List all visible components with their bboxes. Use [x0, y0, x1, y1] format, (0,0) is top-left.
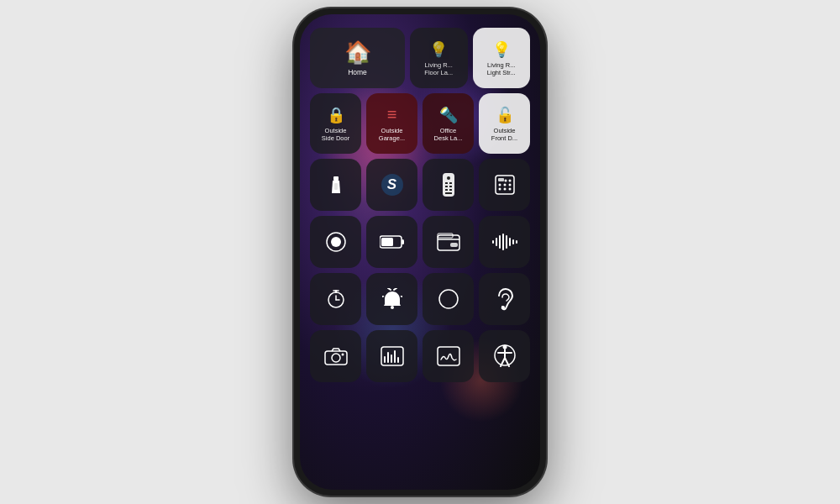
alarm-icon — [382, 288, 402, 310]
calculator-tile[interactable] — [479, 159, 530, 211]
svg-rect-36 — [516, 240, 517, 244]
screen-record-tile[interactable] — [310, 216, 361, 268]
svg-rect-10 — [445, 192, 452, 194]
remote-tile[interactable] — [423, 159, 474, 211]
flashlight-icon — [326, 175, 346, 195]
svg-point-20 — [504, 180, 507, 182]
svg-rect-24 — [402, 239, 404, 244]
accessibility-icon — [494, 344, 516, 368]
light-strip-icon: 💡 — [492, 40, 511, 59]
office-desk-lamp-tile[interactable]: 🔦 OfficeDesk La... — [423, 93, 474, 154]
analytics-icon — [381, 346, 404, 366]
svg-point-13 — [498, 184, 501, 186]
signature-tile[interactable] — [423, 330, 474, 382]
svg-rect-31 — [499, 235, 501, 249]
unlock-icon: 🔓 — [496, 106, 514, 124]
svg-rect-4 — [445, 182, 448, 184]
control-center: 🏠 Home 💡 Living R...Floor La... 💡 Living… — [300, 14, 540, 490]
front-door-label: OutsideFront D... — [490, 127, 519, 142]
svg-point-18 — [508, 188, 511, 191]
hearing-tile[interactable] — [479, 273, 530, 325]
svg-rect-0 — [333, 176, 339, 181]
svg-point-16 — [498, 188, 501, 191]
accessibility-tile[interactable] — [479, 330, 530, 382]
living-light-strip-tile[interactable]: 💡 Living R...Light Str... — [473, 28, 531, 88]
outside-garage-tile[interactable]: ≡ OutsideGarage... — [366, 93, 417, 154]
svg-point-19 — [508, 180, 511, 182]
svg-point-22 — [331, 237, 341, 247]
row-controls-4 — [310, 330, 530, 382]
svg-rect-29 — [492, 240, 494, 244]
light-strip-label: Living R...Light Str... — [486, 61, 517, 76]
svg-rect-33 — [506, 235, 507, 249]
dark-mode-icon — [438, 288, 459, 310]
soundwave-tile[interactable] — [479, 216, 530, 268]
svg-rect-25 — [381, 238, 393, 246]
svg-line-43 — [388, 288, 391, 290]
svg-point-48 — [332, 354, 340, 362]
row-smart-home-2: 🔒 OutsideSide Door ≡ OutsideGarage... 🔦 … — [310, 93, 530, 154]
dark-mode-tile[interactable] — [423, 273, 474, 325]
svg-point-46 — [501, 306, 505, 309]
battery-tile[interactable] — [366, 216, 417, 268]
row-controls-2 — [310, 216, 530, 268]
signature-icon — [437, 346, 460, 366]
svg-rect-35 — [512, 239, 514, 244]
camera-icon — [324, 347, 348, 365]
svg-line-44 — [394, 288, 396, 290]
home-label: Home — [346, 68, 369, 76]
remote-icon — [441, 173, 456, 197]
hearing-icon — [496, 287, 514, 311]
svg-rect-34 — [509, 238, 511, 246]
svg-rect-9 — [449, 189, 452, 191]
record-icon — [325, 231, 347, 253]
row-controls-3 — [310, 273, 530, 325]
svg-rect-8 — [445, 189, 448, 191]
battery-icon — [380, 234, 405, 250]
svg-point-45 — [439, 290, 458, 308]
calculator-icon — [494, 174, 516, 196]
svg-rect-6 — [445, 186, 448, 187]
flashlight-tile[interactable] — [310, 159, 361, 211]
svg-point-17 — [503, 188, 506, 191]
svg-rect-27 — [450, 243, 458, 247]
screen: 🏠 Home 💡 Living R...Floor La... 💡 Living… — [300, 14, 540, 490]
svg-point-3 — [447, 176, 450, 180]
floor-lamp-label: Living R...Floor La... — [423, 61, 454, 76]
garage-label: OutsideGarage... — [377, 127, 407, 142]
svg-rect-1 — [334, 183, 338, 190]
row-smart-home-1: 🏠 Home 💡 Living R...Floor La... 💡 Living… — [310, 28, 530, 88]
timer-icon — [326, 289, 346, 309]
phone-frame: 🏠 Home 💡 Living R...Floor La... 💡 Living… — [294, 8, 546, 496]
timer-tile[interactable] — [310, 273, 361, 325]
living-floor-lamp-tile[interactable]: 💡 Living R...Floor La... — [410, 28, 468, 88]
outside-front-door-tile[interactable]: 🔓 OutsideFront D... — [479, 93, 530, 154]
home-icon: 🏠 — [344, 39, 371, 66]
floor-lamp-icon: 💡 — [429, 40, 448, 59]
svg-point-15 — [508, 184, 511, 186]
svg-point-42 — [391, 306, 394, 309]
svg-point-49 — [341, 354, 344, 356]
svg-rect-7 — [449, 186, 452, 187]
desk-lamp-icon: 🔦 — [439, 106, 458, 124]
home-tile[interactable]: 🏠 Home — [310, 28, 405, 88]
alarm-tile[interactable] — [366, 273, 417, 325]
soundwave-icon — [492, 234, 517, 250]
svg-rect-5 — [449, 182, 452, 184]
side-door-label: OutsideSide Door — [320, 127, 351, 142]
row-controls-1: S — [310, 159, 530, 211]
wallet-icon — [437, 232, 460, 252]
svg-rect-12 — [498, 178, 504, 181]
svg-rect-30 — [496, 238, 497, 246]
svg-rect-32 — [502, 234, 504, 250]
garage-icon: ≡ — [387, 105, 397, 124]
lock-icon: 🔒 — [327, 106, 345, 124]
shazam-icon: S — [381, 174, 403, 196]
wallet-tile[interactable] — [423, 216, 474, 268]
outside-side-door-tile[interactable]: 🔒 OutsideSide Door — [310, 93, 361, 154]
desk-lamp-label: OfficeDesk La... — [433, 127, 465, 142]
svg-point-14 — [503, 184, 506, 186]
shazam-tile[interactable]: S — [366, 159, 417, 211]
analytics-tile[interactable] — [366, 330, 417, 382]
camera-tile[interactable] — [310, 330, 361, 382]
